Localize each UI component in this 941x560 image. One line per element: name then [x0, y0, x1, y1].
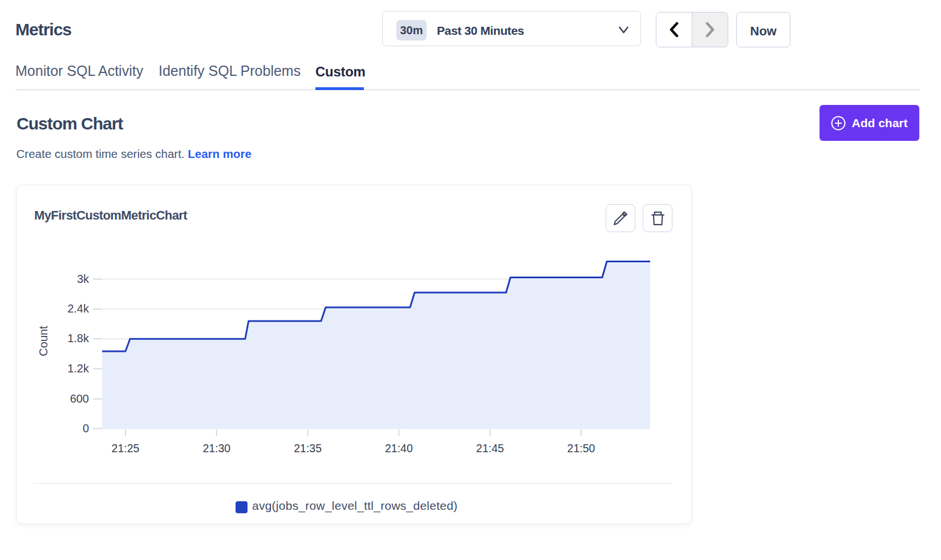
svg-text:21:50: 21:50 [567, 442, 595, 455]
svg-text:1.2k: 1.2k [67, 362, 90, 375]
svg-text:21:35: 21:35 [294, 442, 322, 455]
svg-text:1.8k: 1.8k [67, 332, 90, 344]
svg-text:2.4k: 2.4k [67, 302, 90, 315]
svg-text:21:30: 21:30 [202, 442, 230, 455]
svg-text:21:45: 21:45 [476, 442, 504, 455]
svg-text:21:25: 21:25 [112, 442, 140, 455]
svg-text:3k: 3k [77, 273, 90, 285]
svg-text:Count: Count [37, 326, 50, 356]
svg-text:600: 600 [70, 392, 89, 405]
svg-text:0: 0 [83, 422, 89, 435]
svg-text:21:40: 21:40 [385, 442, 413, 455]
